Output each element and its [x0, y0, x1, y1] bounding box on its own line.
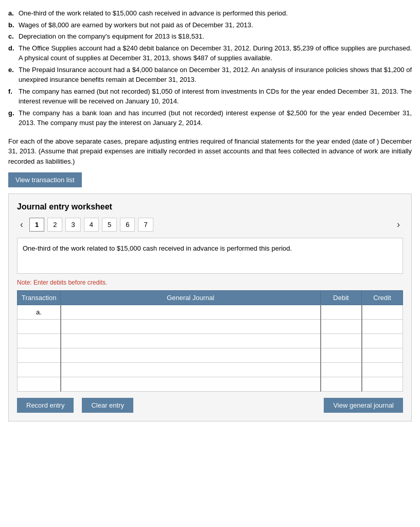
credit-cell-6[interactable] [362, 377, 403, 392]
record-entry-button[interactable]: Record entry [17, 398, 74, 413]
transaction-cell-2 [18, 320, 61, 334]
item-label-a: a. [8, 8, 18, 19]
problem-item-a: a. One-third of the work related to $15,… [8, 8, 412, 19]
col-header-general-journal: General Journal [61, 291, 321, 305]
general-journal-cell-3[interactable] [61, 334, 321, 348]
item-label-b: b. [8, 20, 18, 30]
item-content-c: Depreciation on the company's equipment … [19, 31, 412, 42]
general-journal-input-4[interactable] [64, 352, 317, 359]
item-label-c: c. [8, 31, 18, 42]
debit-cell-5[interactable] [321, 363, 362, 377]
table-row [18, 320, 403, 334]
problem-item-b: b. Wages of $8,000 are earned by workers… [8, 20, 412, 30]
item-content-b: Wages of $8,000 are earned by workers bu… [19, 20, 412, 30]
general-journal-input-5[interactable] [64, 366, 317, 374]
credit-input-2[interactable] [365, 323, 400, 330]
item-content-f: The company has earned (but not recorded… [19, 86, 412, 107]
general-journal-input-6[interactable] [64, 380, 317, 388]
general-journal-cell-2[interactable] [61, 320, 321, 334]
item-label-e: e. [8, 65, 18, 85]
tab-7[interactable]: 7 [138, 218, 153, 232]
tab-2[interactable]: 2 [47, 218, 62, 232]
problem-text: a. One-third of the work related to $15,… [8, 8, 412, 128]
debit-cell-4[interactable] [321, 348, 362, 363]
tab-next-button[interactable]: › [394, 218, 403, 231]
general-journal-cell-6[interactable] [61, 377, 321, 392]
problem-item-g: g. The company has a bank loan and has i… [8, 108, 412, 128]
debit-input-2[interactable] [324, 323, 358, 330]
credit-input-6[interactable] [365, 380, 400, 388]
credit-input-3[interactable] [365, 337, 400, 345]
debit-cell-3[interactable] [321, 334, 362, 348]
general-journal-input-3[interactable] [64, 337, 317, 345]
credit-input-1[interactable] [365, 308, 400, 316]
debit-input-1[interactable] [324, 308, 358, 316]
col-header-credit: Credit [362, 291, 403, 305]
view-transaction-button[interactable]: View transaction list [8, 172, 82, 187]
general-journal-cell-4[interactable] [61, 348, 321, 363]
transaction-cell-4 [18, 348, 61, 363]
general-journal-input-1[interactable] [64, 308, 317, 316]
transaction-cell-1: a. [18, 305, 61, 320]
problem-item-d: d. The Office Supplies account had a $24… [8, 43, 412, 63]
tab-1[interactable]: 1 [29, 218, 44, 232]
description-box: One-third of the work related to $15,000… [17, 238, 403, 274]
table-row: a. [18, 305, 403, 320]
tab-prev-button[interactable]: ‹ [17, 218, 26, 231]
tabs-row: ‹ 1 2 3 4 5 6 7 › [17, 218, 403, 232]
action-buttons-row: Record entry Clear entry View general jo… [17, 398, 403, 413]
transaction-cell-5 [18, 363, 61, 377]
tab-3[interactable]: 3 [65, 218, 80, 232]
general-journal-cell-1[interactable] [61, 305, 321, 320]
item-label-d: d. [8, 43, 18, 63]
for-each-paragraph: For each of the above separate cases, pr… [8, 136, 412, 167]
credit-cell-4[interactable] [362, 348, 403, 363]
col-header-debit: Debit [321, 291, 362, 305]
worksheet-title: Journal entry worksheet [17, 202, 403, 212]
table-row [18, 334, 403, 348]
general-journal-cell-5[interactable] [61, 363, 321, 377]
debit-input-4[interactable] [324, 352, 358, 359]
transaction-cell-6 [18, 377, 61, 392]
tab-6[interactable]: 6 [120, 218, 135, 232]
general-journal-input-2[interactable] [64, 323, 317, 330]
debit-input-6[interactable] [324, 380, 358, 388]
problem-item-f: f. The company has earned (but not recor… [8, 86, 412, 107]
problem-item-e: e. The Prepaid Insurance account had a $… [8, 65, 412, 85]
table-row [18, 348, 403, 363]
item-content-a: One-third of the work related to $15,000… [19, 8, 412, 19]
tab-5[interactable]: 5 [102, 218, 117, 232]
credit-cell-3[interactable] [362, 334, 403, 348]
worksheet-container: Journal entry worksheet ‹ 1 2 3 4 5 6 7 … [8, 194, 412, 421]
item-content-e: The Prepaid Insurance account had a $4,0… [19, 65, 412, 85]
table-row [18, 377, 403, 392]
debit-input-5[interactable] [324, 366, 358, 374]
table-row [18, 363, 403, 377]
note-text: Note: Enter debits before credits. [17, 279, 403, 286]
item-label-f: f. [8, 86, 18, 107]
credit-cell-1[interactable] [362, 305, 403, 320]
tab-4[interactable]: 4 [84, 218, 99, 232]
debit-cell-1[interactable] [321, 305, 362, 320]
debit-cell-2[interactable] [321, 320, 362, 334]
col-header-transaction: Transaction [18, 291, 61, 305]
credit-cell-5[interactable] [362, 363, 403, 377]
debit-cell-6[interactable] [321, 377, 362, 392]
transaction-cell-3 [18, 334, 61, 348]
clear-entry-button[interactable]: Clear entry [82, 398, 133, 413]
problem-item-c: c. Depreciation on the company's equipme… [8, 31, 412, 42]
item-content-d: The Office Supplies account had a $240 d… [19, 43, 412, 63]
item-label-g: g. [8, 108, 18, 128]
item-content-g: The company has a bank loan and has incu… [19, 108, 412, 128]
credit-input-4[interactable] [365, 352, 400, 359]
journal-table: Transaction General Journal Debit Credit… [17, 290, 403, 392]
view-general-journal-button[interactable]: View general journal [324, 398, 403, 413]
debit-input-3[interactable] [324, 337, 358, 345]
credit-input-5[interactable] [365, 366, 400, 374]
credit-cell-2[interactable] [362, 320, 403, 334]
